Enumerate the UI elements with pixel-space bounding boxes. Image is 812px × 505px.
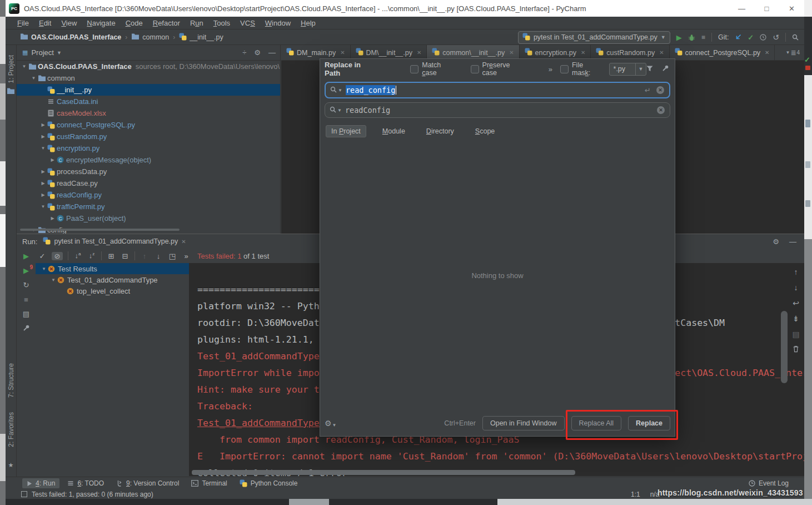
sort-by-duration-icon[interactable]: ↓z: [87, 251, 96, 260]
search-input[interactable]: ▼ read_config ↵ ✕: [325, 82, 670, 98]
tree-row[interactable]: ▼OAS.Cloud.PAAS_Interfacesources root, D…: [17, 61, 280, 72]
tree-row[interactable]: ▶readConfig.py: [17, 189, 280, 201]
down-stacktrace-icon[interactable]: ↓: [794, 283, 798, 292]
tool-window-tab-4-run[interactable]: 4: Run: [22, 478, 59, 488]
close-icon[interactable]: ✕: [340, 49, 345, 56]
tab-list-dropdown[interactable]: ▼≣4: [781, 45, 804, 60]
replace-all-button[interactable]: Replace All: [571, 416, 622, 430]
menu-item-window[interactable]: Window: [260, 18, 296, 28]
scope-directory[interactable]: Directory: [421, 126, 459, 137]
replace-input[interactable]: ▼ readConfig ✕: [325, 102, 670, 118]
expand-arrow-icon[interactable]: ▶: [48, 157, 57, 162]
tree-horizontal-scrollbar[interactable]: [20, 229, 180, 231]
minimize-button[interactable]: —: [729, 0, 754, 17]
chevron-down-icon[interactable]: ▼: [57, 50, 62, 56]
editor-tab[interactable]: connect_PostgreSQL.py✕: [670, 45, 775, 60]
collapse-all-icon[interactable]: ⊟: [121, 252, 129, 260]
expand-arrow-icon[interactable]: ▶: [48, 216, 57, 221]
new-line-icon[interactable]: ↵: [645, 86, 651, 95]
search-everywhere-icon[interactable]: [792, 34, 799, 41]
close-icon[interactable]: ✕: [417, 49, 421, 56]
pin-icon[interactable]: [662, 64, 669, 74]
locate-file-icon[interactable]: ÷: [242, 48, 246, 57]
scope-module[interactable]: Module: [377, 126, 410, 137]
console-horizontal-scrollbar[interactable]: [192, 470, 575, 475]
previous-occurrence-icon[interactable]: ↑: [140, 252, 149, 260]
menu-item-edit[interactable]: Edit: [34, 18, 56, 28]
file-mask-checkbox[interactable]: [560, 65, 569, 73]
menu-item-file[interactable]: File: [12, 18, 34, 28]
collapse-arrow-icon[interactable]: ▼: [39, 204, 47, 209]
editor-tab[interactable]: custRandom.py✕: [591, 45, 669, 60]
tool-window-tab-structure[interactable]: 7: Structure: [7, 363, 15, 398]
hide-panel-icon[interactable]: —: [268, 48, 276, 57]
git-commit-icon[interactable]: ✓: [748, 33, 754, 42]
menu-item-tools[interactable]: Tools: [208, 18, 235, 28]
replace-button[interactable]: Replace: [628, 416, 670, 430]
collapse-arrow-icon[interactable]: ▼: [40, 266, 48, 271]
show-ignored-icon[interactable]: ⊘: [52, 252, 63, 260]
event-log-tab[interactable]: Event Log: [749, 479, 789, 487]
expand-arrow-icon[interactable]: ▶: [39, 134, 47, 139]
export-results-icon[interactable]: ◳: [168, 252, 177, 260]
tree-row[interactable]: ▶processData.py: [17, 166, 280, 177]
menu-item-code[interactable]: Code: [121, 18, 148, 28]
maximize-button[interactable]: □: [754, 0, 779, 17]
pin-tab-icon[interactable]: [23, 324, 30, 333]
checkbox[interactable]: [471, 65, 479, 73]
scope-in-project[interactable]: In Project: [326, 125, 366, 137]
test-tree-row[interactable]: ▼Test_01_addCommandType: [36, 274, 200, 285]
tree-row[interactable]: ▶CencryptedMessage(object): [17, 154, 280, 166]
filter-icon[interactable]: [646, 64, 653, 74]
scroll-to-end-icon[interactable]: ⇟: [793, 314, 799, 323]
next-occurrence-icon[interactable]: ↓: [154, 252, 163, 260]
tool-window-tab-6-todo[interactable]: 6: TODO: [63, 478, 108, 488]
breadcrumb-item[interactable]: __init__.py: [179, 33, 223, 42]
tree-row[interactable]: ▶connect_PostgreSQL.py: [17, 119, 280, 131]
menu-item-run[interactable]: Run: [185, 18, 208, 28]
open-in-find-window-button[interactable]: Open in Find Window: [482, 416, 565, 430]
project-panel-title[interactable]: Project: [31, 48, 53, 57]
sort-alphabetically-icon[interactable]: ↓a: [73, 251, 82, 260]
tree-row[interactable]: ▼common: [17, 72, 280, 84]
editor-tab[interactable]: DM\__init__.py✕: [351, 45, 427, 60]
scope-scope[interactable]: Scope: [470, 126, 500, 137]
show-passed-icon[interactable]: ✓: [38, 252, 47, 260]
collapse-arrow-icon[interactable]: ▼: [49, 278, 57, 283]
expand-arrow-icon[interactable]: ▶: [39, 169, 47, 174]
tree-row[interactable]: ▼encryption.py: [17, 142, 280, 154]
close-icon[interactable]: ✕: [581, 49, 585, 56]
tree-row[interactable]: CaseData.ini: [17, 96, 280, 107]
expand-all-icon[interactable]: ⊞: [107, 252, 116, 260]
print-icon[interactable]: ▤: [792, 330, 799, 339]
rerun-tests-icon[interactable]: ▶: [23, 252, 29, 260]
gear-icon[interactable]: ⚙▼: [325, 419, 336, 428]
soft-wrap-icon[interactable]: ↩: [793, 299, 799, 308]
test-tree-row[interactable]: top_level_collect: [36, 285, 200, 296]
menu-item-navigate[interactable]: Navigate: [82, 18, 120, 28]
menu-item-refactor[interactable]: Refactor: [148, 18, 185, 28]
revert-icon[interactable]: ↺: [773, 33, 779, 42]
git-update-icon[interactable]: [735, 34, 741, 41]
tree-row[interactable]: ▶CPaaS_user(object): [17, 212, 280, 224]
close-icon[interactable]: ✕: [765, 49, 769, 56]
toggle-auto-test-icon[interactable]: ↻: [23, 281, 29, 289]
hide-panel-icon[interactable]: —: [789, 237, 796, 246]
up-stacktrace-icon[interactable]: ↑: [794, 268, 798, 276]
editor-tab[interactable]: encryption.py✕: [520, 45, 591, 60]
run-button[interactable]: ▶: [676, 33, 682, 42]
menu-item-view[interactable]: View: [56, 18, 82, 28]
menu-item-help[interactable]: Help: [296, 18, 321, 28]
tree-row[interactable]: ▼trafficPermit.py: [17, 201, 280, 212]
test-history-icon[interactable]: ▤: [23, 310, 29, 318]
close-icon[interactable]: ✕: [509, 49, 514, 56]
debug-button[interactable]: [688, 34, 695, 41]
checkbox[interactable]: [410, 65, 419, 73]
clear-search-icon[interactable]: ✕: [656, 86, 664, 94]
tree-row[interactable]: ▶custRandom.py: [17, 131, 280, 142]
more-options-chevron[interactable]: »: [549, 65, 552, 73]
editor-tab[interactable]: common\__init__.py✕: [427, 45, 519, 60]
run-tab[interactable]: pytest in Test_01_addCommandType.py ✕: [43, 237, 186, 246]
close-icon[interactable]: ✕: [659, 49, 664, 56]
option-match-case[interactable]: Match case: [410, 61, 457, 77]
